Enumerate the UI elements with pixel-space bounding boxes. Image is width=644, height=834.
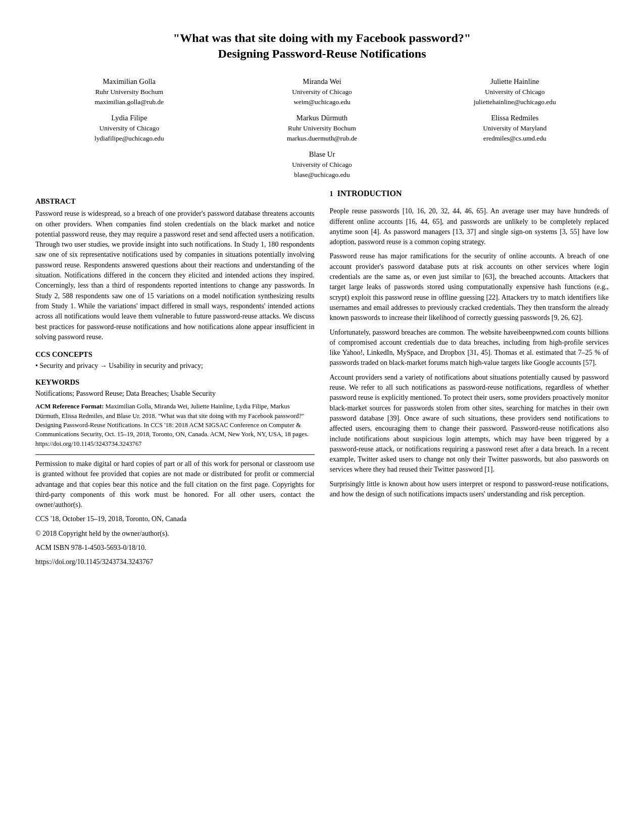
ccs-text: • Security and privacy → Usability in se… bbox=[35, 362, 315, 370]
author-hainline: Juliette Hainline University of Chicago … bbox=[421, 76, 609, 107]
intro-para-4: Account providers send a variety of noti… bbox=[330, 373, 609, 475]
footer-text5: https://doi.org/10.1145/3243734.3243767 bbox=[35, 557, 315, 567]
author-filipe: Lydia Filipe University of Chicago lydia… bbox=[35, 112, 223, 144]
left-column: ABSTRACT Password reuse is widespread, s… bbox=[35, 189, 315, 571]
title-section: "What was that site doing with my Facebo… bbox=[35, 30, 609, 62]
footer-box: Permission to make digital or hard copie… bbox=[35, 454, 315, 568]
author-durmuth: Markus Dürmuth Ruhr University Bochum ma… bbox=[228, 112, 416, 144]
author-wei: Miranda Wei University of Chicago weim@u… bbox=[228, 76, 416, 107]
ccs-title: CCS CONCEPTS bbox=[35, 350, 315, 359]
footer-text3: © 2018 Copyright held by the owner/autho… bbox=[35, 529, 315, 539]
body-columns: ABSTRACT Password reuse is widespread, s… bbox=[35, 189, 609, 571]
footer-text1: Permission to make digital or hard copie… bbox=[35, 459, 315, 510]
author-golla: Maximilian Golla Ruhr University Bochum … bbox=[35, 76, 223, 107]
intro-para-2: Password reuse has major ramifications f… bbox=[330, 251, 609, 323]
acm-reference: ACM Reference Format: Maximilian Golla, … bbox=[35, 402, 315, 448]
keywords-title: KEYWORDS bbox=[35, 378, 315, 387]
author-ur: Blase Ur University of Chicago blase@uch… bbox=[292, 149, 352, 180]
abstract-text: Password reuse is widespread, so a breac… bbox=[35, 209, 315, 342]
abstract-title: ABSTRACT bbox=[35, 197, 315, 206]
footer-text2: CCS '18, October 15–19, 2018, Toronto, O… bbox=[35, 514, 315, 524]
keywords-text: Notifications; Password Reuse; Data Brea… bbox=[35, 390, 315, 398]
intro-para-3: Unfortunately, password breaches are com… bbox=[330, 328, 609, 368]
intro-heading: 1 INTRODUCTION bbox=[330, 189, 609, 202]
intro-para-5: Surprisingly little is known about how u… bbox=[330, 479, 609, 500]
authors-row1: Maximilian Golla Ruhr University Bochum … bbox=[35, 76, 609, 107]
paper-title: "What was that site doing with my Facebo… bbox=[35, 30, 609, 62]
intro-para-1: People reuse passwords [10, 16, 20, 32, … bbox=[330, 206, 609, 247]
right-column: 1 INTRODUCTION People reuse passwords [1… bbox=[330, 189, 609, 571]
authors-row2: Lydia Filipe University of Chicago lydia… bbox=[35, 112, 609, 144]
author-redmiles: Elissa Redmiles University of Maryland e… bbox=[421, 112, 609, 144]
footer-text4: ACM ISBN 978-1-4503-5693-0/18/10. bbox=[35, 543, 315, 553]
paper-container: "What was that site doing with my Facebo… bbox=[35, 30, 609, 572]
authors-row3: Blase Ur University of Chicago blase@uch… bbox=[35, 149, 609, 180]
